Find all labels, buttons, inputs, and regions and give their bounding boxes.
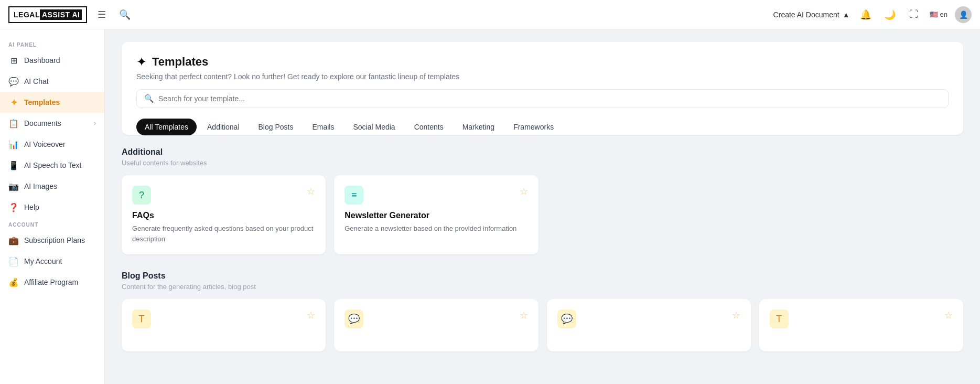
blog4-card-icon: T [770,310,789,328]
faqs-star-icon[interactable]: ☆ [307,186,315,197]
additional-section: Additional Useful contents for websites … [122,147,963,254]
additional-section-title: Additional [122,147,963,157]
tab-social-media[interactable]: Social Media [344,119,403,135]
template-card-blog4[interactable]: T ☆ [759,299,963,351]
newsletter-card-icon: ≡ [344,186,363,205]
faqs-card-title: FAQs [132,211,315,220]
blog-section-subtitle: Content for the generating articles, blo… [122,283,963,291]
blog3-card-icon: 💬 [557,310,576,328]
sidebar-item-documents[interactable]: 📋 Documents › [0,113,104,134]
fullscreen-button[interactable]: ⛶ [906,6,922,23]
sidebar-label-subscription: Subscription Plans [24,236,85,244]
sidebar-label-my-account: My Account [24,257,62,265]
sidebar-item-help[interactable]: ❓ Help [0,197,104,218]
search-button[interactable]: 🔍 [116,6,133,23]
sidebar-label-dashboard: Dashboard [24,56,60,65]
sidebar-item-ai-voiceover[interactable]: 📊 AI Voiceover [0,134,104,155]
faqs-card-desc: Generate frequently asked questions base… [132,223,315,244]
sidebar-label-documents: Documents [24,119,61,127]
template-search-input[interactable] [158,94,941,103]
sidebar-item-subscription[interactable]: 💼 Subscription Plans [0,230,104,251]
language-code: en [940,10,947,18]
templates-icon: ✦ [8,97,19,108]
logo-assist: ASSIST AI [40,9,82,20]
tab-contents[interactable]: Contents [406,119,452,135]
faqs-card-icon: ? [132,186,151,205]
layout: AI PANEL ⊞ Dashboard 💬 AI Chat ✦ Templat… [0,29,980,384]
language-selector[interactable]: 🇺🇸 en [930,10,947,18]
tab-marketing[interactable]: Marketing [454,119,503,135]
sidebar-item-templates[interactable]: ✦ Templates [0,92,104,113]
templates-header-card: ✦ Templates Seeking that perfect content… [122,42,963,135]
templates-header-icon: ✦ [136,55,147,69]
ai-chat-icon: 💬 [8,76,19,87]
card-top-row-faqs: ? ☆ [132,186,315,205]
blog3-star-icon[interactable]: ☆ [732,310,740,321]
search-icon: 🔍 [144,94,154,103]
sidebar-label-help: Help [24,203,39,211]
user-avatar[interactable]: 👤 [955,6,972,23]
card-top-row-blog4: T ☆ [770,310,953,328]
dark-mode-toggle[interactable]: 🌙 [881,6,898,23]
template-card-blog1[interactable]: T ☆ [122,299,326,351]
sidebar-label-ai-voiceover: AI Voiceover [24,140,66,148]
blog1-star-icon[interactable]: ☆ [307,310,315,321]
newsletter-star-icon[interactable]: ☆ [520,186,528,197]
blog-section-title: Blog Posts [122,271,963,281]
sidebar-item-ai-chat[interactable]: 💬 AI Chat [0,71,104,92]
logo-legal: LEGAL [14,10,40,19]
notification-bell-button[interactable]: 🔔 [857,6,874,23]
sidebar-item-ai-images[interactable]: 📷 AI Images [0,176,104,197]
templates-page-title: Templates [152,55,208,69]
logo: LEGAL ASSIST AI [8,6,87,23]
sidebar-label-ai-speech: AI Speech to Text [24,161,81,169]
navbar-left: LEGAL ASSIST AI ☰ 🔍 [8,6,133,23]
blog2-star-icon[interactable]: ☆ [520,310,528,321]
templates-title-row: ✦ Templates [136,55,949,69]
sidebar-item-my-account[interactable]: 📄 My Account [0,251,104,272]
tab-all-templates[interactable]: All Templates [136,119,197,135]
card-top-row-newsletter: ≡ ☆ [344,186,527,205]
tab-frameworks[interactable]: Frameworks [505,119,562,135]
blog2-card-icon: 💬 [344,310,363,328]
tab-additional[interactable]: Additional [199,119,248,135]
card-top-row-blog1: T ☆ [132,310,315,328]
template-card-newsletter[interactable]: ≡ ☆ Newsletter Generator Generate a news… [334,175,538,254]
additional-section-subtitle: Useful contents for websites [122,159,963,167]
flag-icon: 🇺🇸 [930,10,938,18]
blog-cards-grid: T ☆ 💬 ☆ 💬 ☆ [122,299,963,351]
sidebar-label-ai-chat: AI Chat [24,77,49,86]
blog1-card-icon: T [132,310,151,328]
affiliate-icon: 💰 [8,277,19,287]
sidebar-label-affiliate: Affiliate Program [24,278,78,286]
tab-blog-posts[interactable]: Blog Posts [250,119,302,135]
card-top-row-blog2: 💬 ☆ [344,310,527,328]
hamburger-menu-button[interactable]: ☰ [93,6,110,23]
card-top-row-blog3: 💬 ☆ [557,310,740,328]
templates-page-subtitle: Seeking that perfect content? Look no fu… [136,72,949,81]
template-card-faqs[interactable]: ? ☆ FAQs Generate frequently asked quest… [122,175,326,254]
sidebar: AI PANEL ⊞ Dashboard 💬 AI Chat ✦ Templat… [0,29,105,384]
main-content: ✦ Templates Seeking that perfect content… [105,29,980,384]
help-icon: ❓ [8,202,19,212]
additional-cards-grid: ? ☆ FAQs Generate frequently asked quest… [122,175,963,254]
sidebar-item-ai-speech[interactable]: 📱 AI Speech to Text [0,155,104,176]
create-ai-document-label: Create AI Document [773,10,839,19]
sidebar-item-affiliate[interactable]: 💰 Affiliate Program [0,272,104,293]
newsletter-card-desc: Generate a newsletter based on the provi… [344,223,527,234]
navbar: LEGAL ASSIST AI ☰ 🔍 Create AI Document ▲… [0,0,980,29]
template-card-blog2[interactable]: 💬 ☆ [334,299,538,351]
newsletter-card-title: Newsletter Generator [344,211,527,220]
sidebar-label-ai-images: AI Images [24,182,57,190]
ai-voiceover-icon: 📊 [8,139,19,150]
tab-emails[interactable]: Emails [304,119,342,135]
template-card-blog3[interactable]: 💬 ☆ [547,299,751,351]
sidebar-item-dashboard[interactable]: ⊞ Dashboard [0,50,104,71]
template-search-row: 🔍 [136,89,949,108]
ai-speech-icon: 📱 [8,160,19,170]
my-account-icon: 📄 [8,256,19,266]
create-ai-document-button[interactable]: Create AI Document ▲ [773,10,850,19]
blog4-star-icon[interactable]: ☆ [944,310,953,321]
dashboard-icon: ⊞ [8,55,19,66]
sidebar-section-panel: AI PANEL [0,38,104,50]
